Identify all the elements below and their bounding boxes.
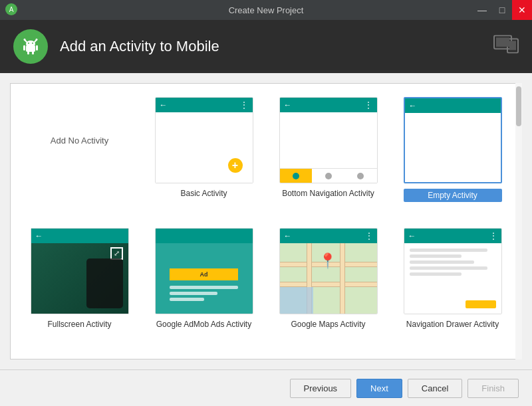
- header-title: Add an Activity to Mobile: [60, 38, 219, 55]
- nav-drawer-preview: ← ⋮: [404, 228, 502, 314]
- admob-activity-card[interactable]: Ad Google AdMob Ads Activity: [148, 228, 259, 329]
- svg-rect-14: [32, 51, 34, 54]
- device-icon: [493, 35, 519, 58]
- scrollbar-track: [515, 83, 522, 359]
- svg-point-9: [32, 43, 33, 44]
- content: Add No Activity ← ⋮ +: [0, 73, 532, 369]
- bottom-nav-toolbar: ← ⋮: [280, 98, 377, 112]
- empty-activity-preview: ←: [404, 97, 502, 183]
- title-bar: A Create New Project — □ ✕: [0, 0, 532, 20]
- basic-toolbar: ← ⋮: [156, 98, 253, 112]
- svg-text:A: A: [9, 6, 14, 13]
- fab-button: +: [228, 158, 243, 173]
- minimize-button[interactable]: —: [472, 0, 492, 20]
- basic-body: +: [156, 112, 253, 183]
- window-title: Create New Project: [229, 5, 304, 15]
- basic-activity-label: Basic Activity: [180, 189, 227, 198]
- fullscreen-activity-card[interactable]: ← ⤢ Fullscreen Activity: [24, 228, 135, 329]
- scrollbar-thumb[interactable]: [516, 86, 521, 126]
- no-activity-preview: Add No Activity: [51, 97, 108, 183]
- svg-point-8: [28, 43, 29, 44]
- bottom-navigation-bar: [280, 168, 377, 183]
- finish-button[interactable]: Finish: [467, 379, 519, 398]
- svg-rect-18: [509, 41, 516, 51]
- no-activity-label: Add No Activity: [51, 136, 108, 146]
- maps-preview: ← ⋮ 📍: [279, 228, 378, 314]
- svg-rect-13: [27, 51, 29, 54]
- cancel-button[interactable]: Cancel: [408, 379, 462, 398]
- bottom-nav-body: [280, 112, 377, 168]
- svg-rect-11: [23, 45, 25, 51]
- no-activity-card[interactable]: Add No Activity: [24, 97, 135, 183]
- nav-drawer-label: Navigation Drawer Activity: [406, 320, 499, 329]
- empty-body: [405, 113, 501, 182]
- svg-point-5: [24, 39, 26, 41]
- map-marker: 📍: [319, 254, 336, 268]
- svg-point-6: [36, 39, 38, 41]
- maps-activity-card[interactable]: ← ⋮ 📍: [273, 228, 384, 329]
- ad-banner: Ad: [170, 268, 237, 280]
- svg-rect-10: [26, 45, 35, 52]
- fullscreen-preview: ← ⤢: [31, 228, 129, 314]
- next-button[interactable]: Next: [356, 379, 402, 398]
- basic-activity-card[interactable]: ← ⋮ + Basic Activity: [148, 97, 259, 198]
- maximize-button[interactable]: □: [492, 0, 512, 20]
- admob-preview: Ad: [155, 228, 253, 314]
- basic-activity-preview: ← ⋮ +: [155, 97, 253, 183]
- svg-rect-12: [36, 45, 38, 51]
- window: A Create New Project — □ ✕: [0, 0, 532, 406]
- activity-grid: Add No Activity ← ⋮ +: [10, 83, 522, 359]
- previous-button[interactable]: Previous: [290, 379, 352, 398]
- title-bar-controls: — □ ✕: [472, 0, 532, 20]
- bottom-nav-preview: ← ⋮: [279, 97, 378, 183]
- empty-activity-label: Empty Activity: [404, 189, 502, 202]
- android-logo: [13, 29, 48, 64]
- android-logo-small: A: [5, 3, 17, 18]
- nav-drawer-card[interactable]: ← ⋮: [397, 228, 508, 329]
- close-button[interactable]: ✕: [512, 0, 532, 20]
- maps-label: Google Maps Activity: [291, 320, 365, 329]
- admob-label: Google AdMob Ads Activity: [156, 320, 251, 329]
- bottom-nav-label: Bottom Navigation Activity: [282, 189, 374, 198]
- bottom-nav-card[interactable]: ← ⋮: [273, 97, 384, 198]
- svg-rect-17: [496, 38, 509, 47]
- empty-activity-card[interactable]: ← Empty Activity: [397, 97, 508, 202]
- footer: Previous Next Cancel Finish: [0, 369, 532, 406]
- empty-toolbar: ←: [405, 98, 501, 113]
- fullscreen-label: Fullscreen Activity: [47, 320, 111, 329]
- header: Add an Activity to Mobile: [0, 20, 532, 73]
